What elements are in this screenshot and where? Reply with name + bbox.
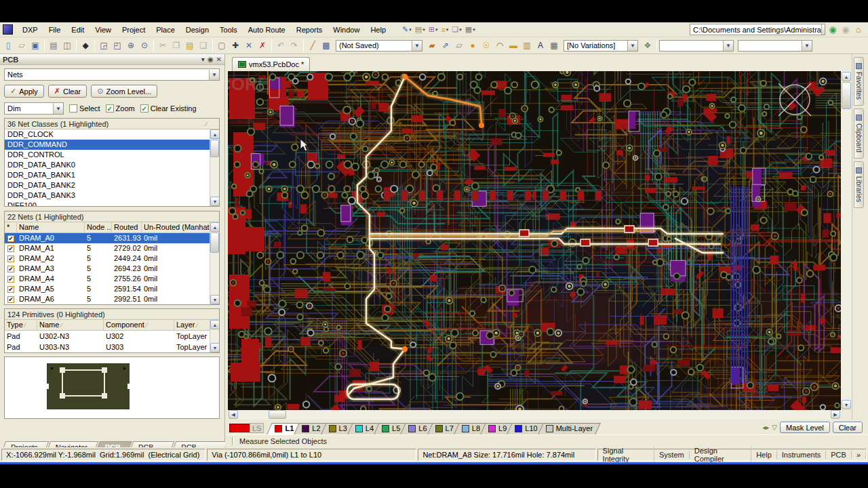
checkbox-box[interactable]: ✓	[106, 104, 114, 113]
scroll-up-icon[interactable]: ▲	[210, 129, 220, 139]
scroll-up-icon[interactable]: ▲	[210, 222, 220, 232]
menu-item-project[interactable]: Project	[117, 24, 151, 36]
net-classes-header[interactable]: 36 Net Classes (1 Highlighted) ∕	[5, 119, 219, 129]
net-checkbox-cell[interactable]: ✔	[5, 284, 17, 294]
column-header-component[interactable]: Component ∕	[104, 320, 174, 330]
place-component-icon[interactable]: ▦	[547, 39, 561, 52]
scroll-thumb[interactable]	[210, 140, 219, 157]
place-string-icon[interactable]: A	[534, 39, 547, 52]
net-checkbox-cell[interactable]: ✔	[5, 233, 17, 243]
net-row-dram_a4[interactable]: ✔DRAM_A452755.260mil	[5, 274, 210, 284]
variant-manager-icon[interactable]: ❖	[641, 39, 654, 52]
net-class-row[interactable]: DIFF100	[5, 201, 210, 206]
view-3d-icon[interactable]: ◆	[79, 39, 92, 52]
panel-button-instruments[interactable]: Instruments	[777, 451, 826, 459]
column-header-type[interactable]: Type ∕	[5, 320, 37, 330]
scroll-up-icon[interactable]: ▲	[210, 320, 220, 329]
net-class-row[interactable]: DDR_DATA_BANK1	[5, 170, 210, 180]
side-tab-libraries[interactable]: Libraries	[854, 161, 864, 208]
net-class-row[interactable]: DDR_CONTROL	[5, 150, 210, 160]
checkbox-clear-existing[interactable]: ✓Clear Existing	[140, 104, 197, 113]
net-checkbox-cell[interactable]: ✔	[5, 264, 17, 274]
mask-clear-button[interactable]: Clear	[833, 422, 863, 433]
route-tool-icon[interactable]: ⇗	[439, 39, 452, 52]
place-via-icon[interactable]: ☉	[479, 39, 493, 52]
net-class-row[interactable]: DDR_DATA_BANK2	[5, 180, 210, 190]
forward-icon[interactable]: ◉	[840, 24, 851, 35]
column-header-name[interactable]: Name ∕	[37, 320, 104, 330]
menu-item-auto-route[interactable]: Auto Route	[243, 24, 291, 36]
zoom-document-icon[interactable]: ◲	[97, 39, 111, 52]
primitives-scrollbar[interactable]: ▲ ▼	[210, 320, 219, 352]
browse-mode-dropdown-icon[interactable]: ▼	[209, 70, 219, 80]
grid-tool-icon[interactable]: ▦▾	[464, 24, 477, 35]
column-header-name[interactable]: Name	[17, 222, 85, 232]
panel-button-system[interactable]: System	[654, 451, 690, 459]
net-checkbox-cell[interactable]: ✔	[5, 253, 17, 264]
zoom-in-icon[interactable]: ⊕	[124, 39, 138, 52]
menu-item-design[interactable]: Design	[180, 24, 214, 36]
browse-mode-combo[interactable]: Nets ▼	[4, 68, 220, 81]
variations-dropdown-icon[interactable]: ▼	[627, 41, 637, 51]
net-checkbox[interactable]: ✔	[7, 296, 14, 303]
empty-combo-2-dropdown-icon[interactable]: ▼	[802, 41, 812, 51]
panel-button-signal-integrity[interactable]: Signal Integrity	[598, 447, 654, 463]
scroll-down-icon[interactable]: ▼	[210, 295, 220, 304]
place-array-icon[interactable]: ▥	[520, 39, 534, 52]
net-checkbox-cell[interactable]: ✔	[5, 294, 17, 304]
menu-item-place[interactable]: Place	[151, 24, 180, 36]
panel-button-pcb[interactable]: PCB	[826, 451, 852, 459]
net-class-row[interactable]: DDR_DATA_BANK3	[5, 190, 210, 201]
net-class-row[interactable]: DDR_COMMAND	[5, 140, 210, 150]
net-row-dram_a5[interactable]: ✔DRAM_A552591.540mil	[5, 284, 210, 294]
check-column-header[interactable]: *	[5, 222, 17, 232]
doc-state-combo[interactable]: (Not Saved) ▼	[336, 40, 422, 52]
doc-state-dropdown-icon[interactable]: ▼	[412, 41, 422, 51]
viewport-vertical-scrollbar[interactable]: ▲ ▼	[841, 71, 852, 410]
side-tab-clipboard[interactable]: Clipboard	[854, 108, 864, 159]
menu-item-help[interactable]: Help	[365, 24, 391, 36]
nets-scrollbar[interactable]: ▲ ▼	[210, 222, 219, 304]
dxp-logo-icon[interactable]	[3, 24, 13, 35]
dropdown-caret-icon[interactable]: ▾	[473, 27, 475, 33]
checkbox-box[interactable]: ✓	[140, 104, 149, 113]
empty-combo-1[interactable]: ▼	[659, 40, 734, 52]
window-tool-icon[interactable]: ❏▾	[450, 24, 462, 35]
move-object-icon[interactable]: ✚	[229, 39, 242, 52]
menu-item-view[interactable]: View	[90, 24, 117, 36]
print-icon[interactable]: ▤	[47, 39, 60, 52]
empty-combo-1-dropdown-icon[interactable]: ▼	[723, 41, 733, 51]
layer-tab-multi-layer[interactable]: Multi-Layer	[540, 423, 598, 434]
menu-item-edit[interactable]: Edit	[66, 24, 90, 36]
new-document-icon[interactable]: ▯	[1, 39, 15, 52]
net-row-dram_a0[interactable]: ✔DRAM_A052631.930mil	[5, 233, 210, 243]
net-checkbox[interactable]: ✔	[7, 276, 14, 283]
zoom-level-button[interactable]: ⊙ Zoom Level...	[91, 85, 157, 98]
open-icon[interactable]: ▱	[15, 39, 28, 52]
close-icon[interactable]: ✕	[216, 56, 222, 63]
place-plane-icon[interactable]: ▱	[452, 39, 466, 52]
dropdown-caret-icon[interactable]: ▾	[435, 27, 438, 33]
variations-combo[interactable]: [No Variations] ▼	[564, 40, 638, 52]
scroll-thumb[interactable]	[210, 232, 219, 253]
scroll-down-icon[interactable]: ▼	[210, 343, 220, 352]
net-class-row[interactable]: DDR_DATA_BANK0	[5, 160, 210, 170]
column-header-node-[interactable]: Node ...	[85, 222, 112, 232]
net-row-dram_a1[interactable]: ✔DRAM_A152729.020mil	[5, 243, 210, 253]
scroll-down-icon[interactable]: ▼	[842, 400, 851, 409]
clear-button[interactable]: ✗ Clear	[48, 85, 87, 98]
path-combo-dropdown-icon[interactable]: ▼	[821, 24, 825, 35]
home-icon[interactable]: ⌂	[853, 24, 864, 35]
empty-combo-2[interactable]: ▼	[738, 40, 812, 52]
layer-set-chip[interactable]: LS	[229, 423, 264, 433]
checkbox-box[interactable]	[69, 104, 77, 113]
dropdown-caret-icon[interactable]: ▾	[446, 27, 449, 33]
zoom-selection-icon[interactable]: ⊙	[138, 39, 151, 52]
column-header-layer[interactable]: Layer ∕	[174, 320, 215, 330]
panel-button-help[interactable]: Help	[751, 451, 777, 459]
layer-cycle-icon[interactable]: ◂▸	[762, 424, 769, 431]
column-header-un-routed-manhattan-[interactable]: Un-Routed (Manhattan)	[142, 222, 220, 232]
scroll-left-icon[interactable]: ◀	[229, 410, 238, 419]
place-fill-icon[interactable]: ▬	[507, 39, 520, 52]
net-checkbox[interactable]: ✔	[7, 245, 14, 252]
